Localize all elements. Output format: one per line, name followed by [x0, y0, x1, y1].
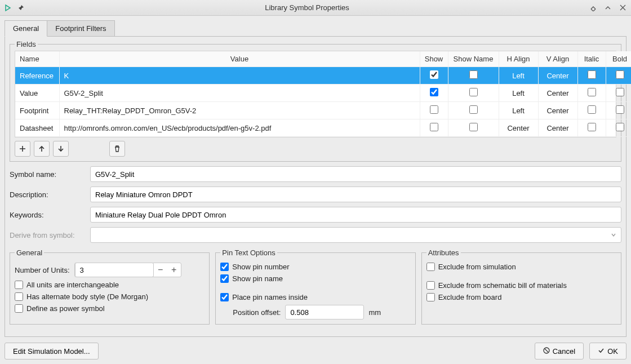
num-units-up[interactable]: +: [167, 263, 181, 277]
cell[interactable]: [448, 119, 499, 137]
cell[interactable]: [577, 85, 606, 102]
col-bold[interactable]: Bold: [606, 51, 631, 67]
cell[interactable]: http://omronfs.omron.com/en_US/ecb/produ…: [59, 119, 420, 137]
cell[interactable]: K: [59, 67, 420, 85]
cell[interactable]: [577, 102, 606, 119]
cell-checkbox[interactable]: [616, 123, 624, 131]
cell[interactable]: [606, 102, 631, 119]
cell[interactable]: [606, 85, 631, 102]
cell-checkbox[interactable]: [588, 123, 596, 131]
cell[interactable]: Left: [499, 102, 538, 119]
cell[interactable]: [420, 102, 448, 119]
cell-checkbox[interactable]: [616, 88, 624, 96]
show-pin-name-checkbox[interactable]: [220, 274, 229, 283]
table-row[interactable]: Datasheethttp://omronfs.omron.com/en_US/…: [15, 119, 631, 137]
cell[interactable]: [606, 67, 631, 85]
cell[interactable]: [577, 119, 606, 137]
cell-checkbox[interactable]: [588, 105, 596, 114]
cell[interactable]: [577, 67, 606, 85]
cell-checkbox[interactable]: [616, 105, 624, 114]
fields-table: Name Value Show Show Name H Align V Alig…: [15, 51, 616, 137]
offset-unit: mm: [368, 308, 381, 317]
cell[interactable]: Value: [15, 85, 59, 102]
cell[interactable]: Center: [499, 119, 538, 137]
ok-button[interactable]: OK: [589, 343, 626, 359]
table-row[interactable]: FootprintRelay_THT:Relay_DPDT_Omron_G5V-…: [15, 102, 631, 119]
minimize-icon[interactable]: [589, 4, 597, 12]
cancel-button[interactable]: Cancel: [535, 343, 584, 359]
cell[interactable]: Left: [499, 85, 538, 102]
exclude-board-checkbox[interactable]: [426, 293, 435, 301]
check-icon: [598, 347, 605, 356]
cell-checkbox[interactable]: [469, 88, 478, 96]
cell[interactable]: Footprint: [15, 102, 59, 119]
cell[interactable]: [448, 67, 499, 85]
place-inside-checkbox[interactable]: [220, 293, 229, 301]
interchangeable-checkbox[interactable]: [15, 281, 23, 289]
cell[interactable]: Center: [538, 102, 577, 119]
keywords-input[interactable]: [90, 207, 621, 223]
dialog-buttons: Edit Simulation Model... Cancel OK: [5, 343, 626, 359]
cell[interactable]: [420, 119, 448, 137]
exclude-bom-checkbox[interactable]: [426, 281, 435, 290]
table-row[interactable]: ValueG5V-2_SplitLeftCenter: [15, 85, 631, 102]
cell-checkbox[interactable]: [588, 70, 596, 79]
cell[interactable]: G5V-2_Split: [59, 85, 420, 102]
description-input[interactable]: [90, 187, 621, 202]
cell[interactable]: Center: [538, 67, 577, 85]
tab-general[interactable]: General: [5, 20, 47, 37]
cell[interactable]: [448, 85, 499, 102]
cell[interactable]: [420, 85, 448, 102]
symbol-name-input[interactable]: [90, 166, 621, 182]
col-italic[interactable]: Italic: [577, 51, 606, 67]
move-down-button[interactable]: [53, 141, 69, 157]
cell[interactable]: Center: [538, 119, 577, 137]
col-show[interactable]: Show: [420, 51, 448, 67]
cell-checkbox[interactable]: [430, 88, 438, 96]
cell-checkbox[interactable]: [588, 88, 596, 96]
num-units-stepper[interactable]: − +: [74, 263, 181, 277]
num-units-input[interactable]: [75, 263, 154, 277]
cell-checkbox[interactable]: [469, 70, 478, 79]
exclude-sim-checkbox[interactable]: [426, 263, 435, 271]
cell[interactable]: [448, 102, 499, 119]
place-inside-label: Place pin names inside: [232, 293, 308, 301]
cell-checkbox[interactable]: [430, 70, 438, 79]
cell[interactable]: Relay_THT:Relay_DPDT_Omron_G5V-2: [59, 102, 420, 119]
close-icon[interactable]: [619, 4, 626, 12]
cell-checkbox[interactable]: [430, 105, 438, 114]
power-symbol-checkbox[interactable]: [15, 304, 23, 313]
num-units-down[interactable]: −: [154, 263, 167, 277]
symbol-name-label: Symbol name:: [10, 170, 86, 179]
cell-checkbox[interactable]: [469, 123, 478, 131]
cell[interactable]: Left: [499, 67, 538, 85]
col-name[interactable]: Name: [15, 51, 59, 67]
cell[interactable]: Center: [538, 85, 577, 102]
derive-row: Derive from symbol:: [10, 227, 621, 243]
add-field-button[interactable]: [15, 141, 30, 157]
offset-input[interactable]: [285, 305, 364, 319]
cell[interactable]: Reference: [15, 67, 59, 85]
options-row: General Number of Units: − + All units a…: [10, 248, 621, 325]
table-row[interactable]: ReferenceKLeftCenter: [15, 67, 631, 85]
cell-checkbox[interactable]: [430, 123, 438, 131]
cell-checkbox[interactable]: [469, 105, 478, 114]
col-v-align[interactable]: V Align: [538, 51, 577, 67]
cell-checkbox[interactable]: [616, 70, 624, 79]
col-show-name[interactable]: Show Name: [448, 51, 499, 67]
cell[interactable]: [420, 67, 448, 85]
col-h-align[interactable]: H Align: [499, 51, 538, 67]
cancel-label: Cancel: [553, 347, 575, 356]
delete-field-button[interactable]: [109, 141, 125, 157]
maximize-icon[interactable]: [604, 4, 612, 12]
col-value[interactable]: Value: [59, 51, 420, 67]
show-pin-number-checkbox[interactable]: [220, 263, 229, 271]
cell[interactable]: Datasheet: [15, 119, 59, 137]
pin-icon[interactable]: [17, 4, 25, 12]
tab-footprint-filters[interactable]: Footprint Filters: [47, 20, 114, 37]
move-up-button[interactable]: [34, 141, 50, 157]
pintext-fieldset: Pin Text Options Show pin number Show pi…: [215, 248, 415, 325]
edit-simulation-button[interactable]: Edit Simulation Model...: [5, 343, 99, 359]
cell[interactable]: [606, 119, 631, 137]
alt-body-checkbox[interactable]: [15, 292, 23, 301]
